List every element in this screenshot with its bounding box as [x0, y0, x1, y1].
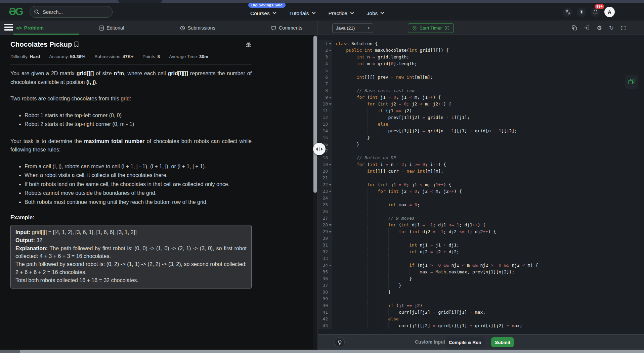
code-token: for — [388, 222, 396, 227]
search-icon — [34, 9, 40, 15]
tab-problem[interactable]: </> Problem — [16, 25, 44, 31]
indent-guide — [346, 155, 346, 161]
text-segment: maximum total number — [84, 138, 144, 144]
line-number: 34 — [318, 262, 332, 269]
line-number: 20 — [318, 168, 332, 175]
language-select[interactable]: Java (21) ▾ — [332, 23, 373, 33]
line-number: 11 — [318, 107, 332, 114]
code-line: 24 — [318, 195, 644, 202]
indent-guide — [378, 208, 378, 215]
pane-resize-handle[interactable] — [313, 143, 326, 155]
indent-guide — [346, 255, 346, 262]
fold-caret-icon[interactable] — [329, 103, 332, 105]
indent-guide — [346, 202, 346, 208]
code-token: m; j2 — [422, 101, 438, 106]
line-number: 29 — [318, 228, 332, 235]
nav-item-tutorials[interactable]: Tutorials — [289, 8, 315, 16]
user-avatar[interactable]: A — [604, 7, 615, 17]
indent-guide — [378, 309, 378, 316]
indent-guide — [346, 74, 346, 81]
stat-label: Points: — [142, 54, 156, 59]
search-input[interactable] — [43, 9, 103, 15]
code-line-content: else — [332, 121, 644, 128]
search-box[interactable] — [30, 6, 113, 18]
indent-guide — [367, 249, 368, 255]
code-token: else — [378, 122, 388, 127]
problem-paragraph: Your task is to determine the maximum to… — [10, 137, 252, 154]
tab-submissions[interactable]: Submissions — [180, 25, 215, 31]
custom-input-link[interactable]: Custom Input — [415, 339, 445, 345]
code-token: ) { — [488, 229, 496, 234]
fold-caret-icon[interactable] — [329, 184, 332, 186]
code-token: = — [409, 189, 412, 194]
code-line: 6 int[][] prev = new int[m][m]; — [318, 74, 644, 81]
tab-comments[interactable]: Comments — [271, 25, 302, 31]
indent-guide — [346, 275, 346, 282]
submit-button[interactable]: Submit — [491, 337, 514, 347]
fold-caret-icon[interactable] — [329, 43, 332, 45]
indent-guide — [346, 242, 346, 249]
indent-guide — [378, 128, 378, 134]
code-line: 34 if (nj1 >= 0 && nj1 < m && nj2 >= 0 &… — [318, 262, 644, 269]
fold-caret-icon[interactable] — [329, 97, 332, 98]
fold-caret-icon[interactable] — [329, 224, 332, 226]
code-token — [336, 303, 388, 308]
copy-icon[interactable] — [572, 25, 577, 31]
code-token: ++ — [483, 229, 488, 234]
nav-item-jobs[interactable]: Jobs — [367, 8, 384, 16]
translate-icon[interactable]: A — [563, 7, 572, 17]
import-code-icon[interactable] — [584, 25, 590, 31]
interview-chat-button[interactable] — [625, 75, 638, 89]
line-number: 27 — [318, 215, 332, 222]
fold-caret-icon[interactable] — [329, 231, 332, 233]
code-line-content: if (nj1 >= 0 && nj1 < m && nj2 >= 0 && n… — [332, 262, 644, 269]
fullscreen-icon[interactable] — [621, 26, 626, 31]
resize-left-arrow-icon — [316, 147, 318, 151]
tab-editorial[interactable]: Editorial — [99, 25, 124, 31]
fold-caret-icon[interactable] — [329, 191, 332, 192]
svg-text:A: A — [568, 12, 570, 15]
code-token: 1 — [457, 222, 459, 227]
indent-guide — [378, 316, 378, 322]
problem-content: Chocolates Pickup Difficulty:HardAccurac… — [0, 35, 317, 350]
reset-code-icon[interactable]: ↻ — [609, 25, 614, 31]
menu-icon[interactable] — [4, 24, 13, 32]
code-token: 0 — [415, 189, 417, 194]
code-token: nj1 — [417, 242, 430, 248]
nav-item-practice[interactable]: Practice — [329, 8, 353, 16]
code-token: + — [470, 323, 472, 328]
fold-caret-icon[interactable] — [329, 265, 332, 266]
left-pane-scrollbar-thumb[interactable] — [313, 36, 317, 193]
code-token: + — [470, 128, 472, 133]
gfg-logo[interactable]: ƏG — [9, 6, 23, 18]
list-item: Robots cannot move outside the boundarie… — [25, 189, 252, 198]
navbar-right-controls: A ☀ 99+ A — [563, 3, 615, 21]
code-line: 14 prev[j1][j2] = grid[n - 1][j1] + grid… — [318, 128, 644, 134]
bottom-scrollbar[interactable] — [0, 350, 644, 353]
indent-guide — [378, 302, 378, 309]
code-token — [412, 189, 415, 194]
code-token: ) { — [454, 189, 462, 194]
indent-guide — [367, 202, 368, 208]
nav-item-courses[interactable]: Big Savings SaleCourses — [250, 8, 276, 16]
code-token: j1 — [378, 95, 388, 100]
fold-caret-icon[interactable] — [329, 50, 332, 51]
hint-lightbulb-icon[interactable] — [335, 337, 345, 347]
compile-run-button[interactable]: Compile & Run — [445, 337, 485, 347]
bookmark-icon[interactable] — [74, 41, 79, 48]
stat-item: Difficulty:Hard — [10, 54, 40, 59]
indent-guide — [367, 282, 368, 289]
settings-gear-icon[interactable]: ⚙ — [597, 25, 602, 31]
code-line: 32 int nj2 = j2 + dj2; — [318, 249, 644, 255]
fold-caret-icon[interactable] — [329, 164, 332, 166]
indent-guide — [378, 202, 378, 208]
indent-guide — [346, 302, 346, 309]
indent-guide — [378, 222, 378, 228]
code-editor[interactable]: 1class Solution {2 public int maxChocola… — [318, 35, 644, 334]
code-line-content — [332, 255, 644, 262]
code-line-content: prev[j1][j2] = grid[n - 1][j1]; — [332, 114, 644, 121]
code-token: int — [370, 95, 378, 100]
theme-toggle-icon[interactable]: ☀ — [577, 7, 586, 17]
start-timer-button[interactable]: Start Timer — [408, 23, 454, 33]
report-bug-icon[interactable] — [245, 41, 252, 48]
